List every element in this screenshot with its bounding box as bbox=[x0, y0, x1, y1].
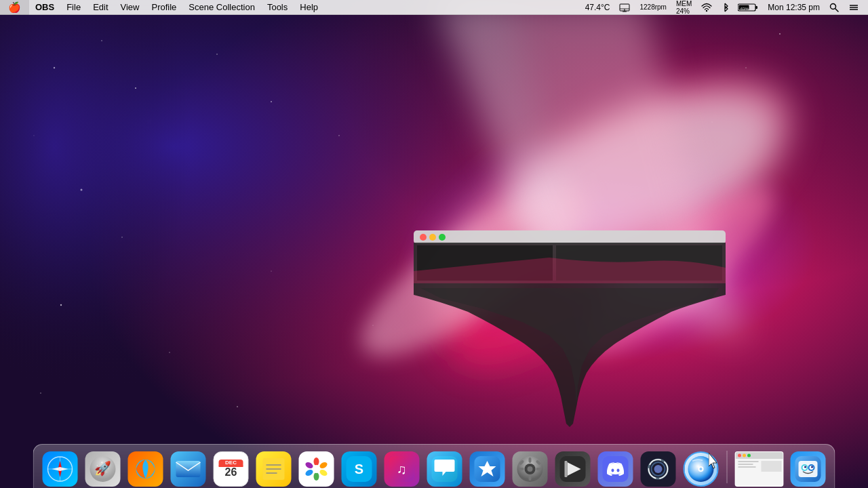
dock-item-photos[interactable] bbox=[297, 447, 336, 487]
wifi-signal-icon bbox=[701, 3, 712, 12]
dock-item-discord[interactable] bbox=[596, 447, 635, 487]
svg-marker-55 bbox=[52, 467, 68, 471]
svg-rect-89 bbox=[536, 468, 542, 470]
svg-rect-59 bbox=[176, 461, 201, 477]
dock-item-systemprefs[interactable] bbox=[511, 447, 550, 487]
system-preferences-icon bbox=[513, 451, 548, 487]
edit-menu[interactable]: Edit bbox=[87, 0, 114, 15]
notification-center-icon[interactable] bbox=[845, 0, 863, 15]
bluetooth-icon[interactable] bbox=[718, 0, 732, 15]
svg-point-34 bbox=[420, 234, 427, 241]
dock-item-finder[interactable] bbox=[789, 447, 828, 487]
dock-item-stickies[interactable] bbox=[254, 447, 294, 487]
svg-text:DEC: DEC bbox=[225, 460, 237, 466]
svg-point-36 bbox=[439, 234, 446, 241]
network-status[interactable] bbox=[616, 0, 633, 15]
file-menu[interactable]: File bbox=[60, 0, 87, 15]
svg-text:♫: ♫ bbox=[397, 462, 407, 476]
scene-collection-menu[interactable]: Scene Collection bbox=[182, 0, 261, 15]
mail-icon bbox=[171, 451, 206, 487]
svg-point-27 bbox=[745, 67, 747, 68]
svg-point-76 bbox=[313, 465, 321, 473]
svg-rect-86 bbox=[529, 458, 532, 463]
svg-point-35 bbox=[429, 234, 436, 241]
svg-rect-93 bbox=[565, 461, 568, 477]
temperature-status[interactable]: 47.4°C bbox=[582, 0, 614, 15]
dock-item-messages[interactable] bbox=[425, 447, 465, 487]
svg-point-73 bbox=[314, 472, 319, 481]
photos-icon bbox=[299, 451, 334, 487]
dock-separator bbox=[727, 451, 728, 483]
appstore-icon bbox=[470, 451, 505, 487]
itunes-icon: ♫ bbox=[384, 451, 420, 487]
svg-text:26: 26 bbox=[225, 466, 237, 478]
skype-icon: S bbox=[342, 451, 377, 487]
help-menu[interactable]: Help bbox=[294, 0, 324, 15]
safari-icon bbox=[43, 451, 78, 487]
dock-item-dvd[interactable] bbox=[682, 447, 721, 487]
tools-menu[interactable]: Tools bbox=[261, 0, 294, 15]
firefox-icon bbox=[128, 451, 163, 487]
svg-rect-108 bbox=[738, 461, 759, 462]
dock-item-mail[interactable] bbox=[169, 447, 208, 487]
svg-text:S: S bbox=[355, 462, 363, 476]
obs-icon bbox=[641, 451, 676, 487]
dock-item-launchpad[interactable]: 🚀 bbox=[83, 447, 123, 487]
svg-line-47 bbox=[835, 8, 839, 12]
svg-point-70 bbox=[314, 458, 319, 466]
svg-point-28 bbox=[711, 121, 712, 122]
final-cut-pro-icon bbox=[555, 451, 591, 487]
calendar-icon: DEC 26 bbox=[214, 451, 249, 487]
dock-item-itunes[interactable]: ♫ bbox=[382, 447, 422, 487]
svg-point-23 bbox=[338, 135, 340, 136]
dock-item-preview-window[interactable] bbox=[734, 447, 785, 487]
svg-rect-43 bbox=[755, 6, 757, 9]
menubar-left: 🍎 OBS File Edit View Profile Scene Colle… bbox=[0, 0, 324, 15]
svg-rect-88 bbox=[519, 468, 524, 470]
svg-point-116 bbox=[804, 466, 806, 468]
messages-icon bbox=[427, 451, 462, 487]
dock-item-appstore[interactable] bbox=[468, 447, 507, 487]
network-icon bbox=[619, 3, 630, 12]
profile-menu[interactable]: Profile bbox=[145, 0, 182, 15]
svg-point-98 bbox=[654, 465, 663, 473]
genie-window bbox=[414, 230, 726, 427]
dock-item-calendar[interactable]: DEC 26 bbox=[212, 447, 251, 487]
list-icon bbox=[848, 3, 859, 12]
clock[interactable]: Mon 12:35 pm bbox=[764, 0, 823, 15]
svg-rect-109 bbox=[738, 464, 753, 465]
wifi-icon[interactable] bbox=[698, 0, 715, 15]
view-menu[interactable]: View bbox=[115, 0, 146, 15]
dock-item-obs[interactable] bbox=[639, 447, 678, 487]
apple-menu[interactable]: 🍎 bbox=[0, 0, 29, 15]
svg-point-105 bbox=[738, 454, 741, 458]
search-icon bbox=[829, 3, 839, 12]
dock-item-skype[interactable]: S bbox=[340, 447, 379, 487]
dock-item-firefox[interactable] bbox=[126, 447, 165, 487]
svg-point-41 bbox=[706, 9, 707, 11]
dock-item-finalcut[interactable] bbox=[553, 447, 593, 487]
discord-icon bbox=[598, 451, 633, 487]
spotlight-icon[interactable] bbox=[826, 0, 842, 15]
desktop bbox=[0, 0, 868, 488]
svg-rect-111 bbox=[762, 461, 782, 472]
window-thumbnail bbox=[735, 451, 784, 487]
svg-point-107 bbox=[747, 454, 751, 458]
app-name-menu[interactable]: OBS bbox=[29, 0, 60, 15]
svg-text:🚀: 🚀 bbox=[94, 460, 111, 476]
menubar-right: 47.4°C 1228rpm MEM24% bbox=[582, 0, 868, 15]
memory-status[interactable]: MEM24% bbox=[673, 0, 695, 15]
battery-status[interactable]: 63% bbox=[734, 0, 762, 15]
svg-rect-32 bbox=[0, 0, 271, 488]
battery-icon: 63% bbox=[738, 3, 758, 12]
finder-icon bbox=[791, 451, 826, 487]
bluetooth-signal-icon bbox=[722, 2, 728, 13]
dock-item-safari[interactable] bbox=[41, 447, 80, 487]
network-speed[interactable]: 1228rpm bbox=[636, 0, 669, 15]
svg-point-119 bbox=[811, 466, 813, 468]
svg-point-29 bbox=[779, 33, 781, 35]
svg-text:63%: 63% bbox=[741, 7, 749, 11]
svg-point-24 bbox=[372, 325, 373, 325]
svg-point-106 bbox=[743, 454, 746, 458]
svg-point-85 bbox=[528, 466, 533, 472]
